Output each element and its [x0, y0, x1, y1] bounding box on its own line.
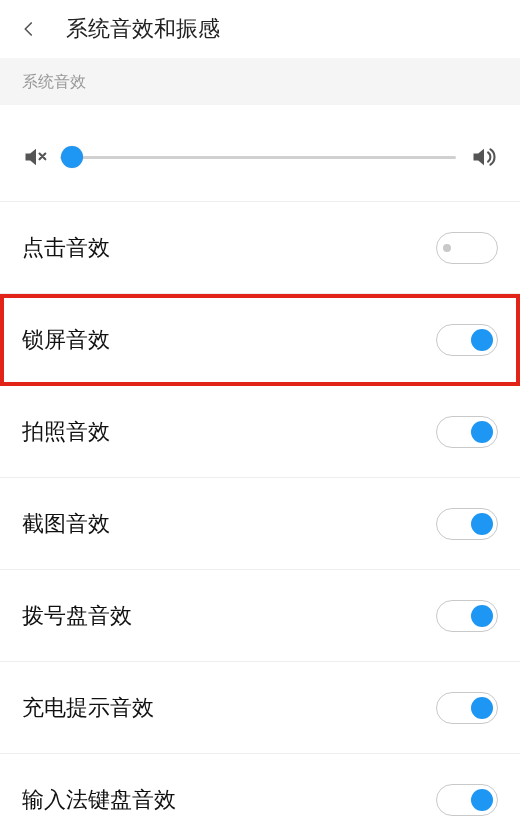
toggle-knob — [471, 329, 493, 351]
toggle-switch[interactable] — [436, 232, 498, 264]
toggle-switch[interactable] — [436, 508, 498, 540]
settings-row[interactable]: 输入法键盘音效 — [0, 754, 520, 827]
row-label: 点击音效 — [22, 233, 110, 263]
row-label: 拨号盘音效 — [22, 601, 132, 631]
toggle-switch[interactable] — [436, 784, 498, 816]
settings-row[interactable]: 截图音效 — [0, 478, 520, 570]
row-label: 锁屏音效 — [22, 325, 110, 355]
row-label: 输入法键盘音效 — [22, 785, 176, 815]
toggle-knob — [471, 605, 493, 627]
row-label: 充电提示音效 — [22, 693, 154, 723]
settings-row[interactable]: 拨号盘音效 — [0, 570, 520, 662]
toggle-switch[interactable] — [436, 600, 498, 632]
header: 系统音效和振感 — [0, 0, 520, 58]
toggle-knob — [443, 244, 451, 252]
toggle-switch[interactable] — [436, 692, 498, 724]
toggle-knob — [471, 513, 493, 535]
settings-list: 点击音效锁屏音效拍照音效截图音效拨号盘音效充电提示音效输入法键盘音效 — [0, 202, 520, 827]
toggle-switch[interactable] — [436, 416, 498, 448]
back-button[interactable] — [14, 14, 44, 44]
toggle-knob — [471, 697, 493, 719]
toggle-switch[interactable] — [436, 324, 498, 356]
row-label: 截图音效 — [22, 509, 110, 539]
volume-slider[interactable] — [60, 145, 456, 169]
slider-thumb[interactable] — [61, 146, 83, 168]
volume-up-icon — [470, 143, 498, 171]
section-header: 系统音效 — [0, 58, 520, 105]
chevron-left-icon — [20, 20, 38, 38]
settings-row[interactable]: 点击音效 — [0, 202, 520, 294]
slider-track — [60, 156, 456, 159]
settings-row[interactable]: 充电提示音效 — [0, 662, 520, 754]
volume-slider-row — [0, 105, 520, 202]
settings-row[interactable]: 拍照音效 — [0, 386, 520, 478]
settings-row[interactable]: 锁屏音效 — [0, 294, 520, 386]
row-label: 拍照音效 — [22, 417, 110, 447]
toggle-knob — [471, 789, 493, 811]
toggle-knob — [471, 421, 493, 443]
page-title: 系统音效和振感 — [66, 14, 220, 44]
volume-mute-icon — [22, 143, 50, 171]
